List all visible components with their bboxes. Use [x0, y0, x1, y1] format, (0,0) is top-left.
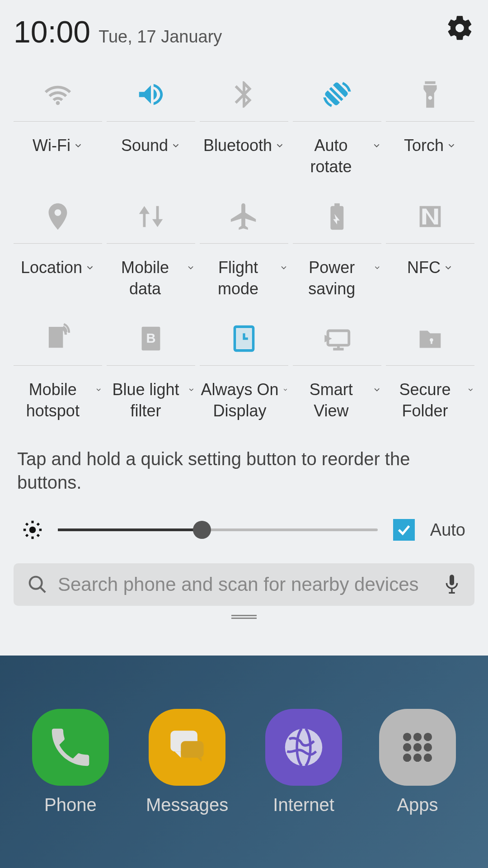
svg-point-21	[30, 577, 42, 589]
tile-label: Power saving	[293, 257, 371, 300]
tile-bluelight-expand[interactable]: Blue light filter	[107, 379, 195, 429]
tile-label: NFC	[407, 257, 441, 278]
location-icon	[14, 189, 102, 244]
powersaving-icon	[293, 189, 381, 244]
dock-label: Messages	[146, 795, 228, 815]
tile-wifi[interactable]: Wi-Fi	[14, 67, 102, 185]
svg-point-12	[29, 527, 36, 533]
brightness-icon	[23, 520, 42, 540]
tile-label: Flight mode	[200, 257, 277, 300]
mobiledata-icon	[107, 189, 195, 244]
dock-internet[interactable]: Internet	[265, 709, 342, 815]
nfc-icon	[386, 189, 474, 244]
clock-time: 10:00	[14, 14, 90, 49]
tile-bluetooth-expand[interactable]: Bluetooth	[203, 135, 285, 185]
auto-brightness-checkbox[interactable]	[393, 519, 415, 541]
tile-sound[interactable]: Sound	[107, 67, 195, 185]
securefolder-icon	[386, 311, 474, 366]
svg-point-34	[424, 743, 432, 751]
apps-app-icon	[379, 709, 456, 786]
hotspot-icon	[14, 311, 102, 366]
tile-location[interactable]: Location	[14, 189, 102, 307]
tile-securefolder-expand[interactable]: Secure Folder	[386, 379, 474, 429]
mic-icon[interactable]	[443, 573, 461, 596]
autorotate-icon	[293, 67, 381, 122]
tile-bluelight[interactable]: B Blue light filter	[107, 311, 195, 429]
dock-messages[interactable]: Messages	[146, 709, 228, 815]
tile-autorotate-expand[interactable]: Auto rotate	[293, 135, 381, 185]
clock-date: Tue, 17 January	[99, 27, 222, 47]
tile-aod-expand[interactable]: Always On Display	[200, 379, 288, 429]
tile-smartview[interactable]: Smart View	[293, 311, 381, 429]
dock-phone[interactable]: Phone	[32, 709, 109, 815]
tile-powersaving-expand[interactable]: Power saving	[293, 257, 381, 307]
brightness-thumb[interactable]	[193, 521, 211, 539]
svg-line-22	[40, 587, 46, 593]
svg-point-29	[403, 732, 411, 741]
tile-torch-expand[interactable]: Torch	[404, 135, 456, 185]
search-icon	[27, 574, 48, 595]
panel-drag-handle[interactable]	[14, 615, 474, 620]
tile-mobiledata[interactable]: Mobile data	[107, 189, 195, 307]
tile-hotspot[interactable]: Mobile hotspot	[14, 311, 102, 429]
svg-point-28	[285, 728, 323, 766]
svg-point-36	[413, 753, 422, 761]
tile-label: Torch	[404, 135, 444, 156]
tile-sound-expand[interactable]: Sound	[121, 135, 181, 185]
search-placeholder: Search phone and scan for nearby devices	[58, 574, 433, 595]
tile-securefolder[interactable]: Secure Folder	[386, 311, 474, 429]
tile-label: Mobile hotspot	[14, 379, 92, 422]
tile-location-expand[interactable]: Location	[21, 257, 95, 307]
tile-hotspot-expand[interactable]: Mobile hotspot	[14, 379, 102, 429]
quick-settings-grid: Wi-Fi Sound Bluetooth	[14, 67, 474, 429]
tile-label: Bluetooth	[203, 135, 272, 156]
aod-icon	[200, 311, 288, 366]
tile-powersaving[interactable]: Power saving	[293, 189, 381, 307]
tile-mobiledata-expand[interactable]: Mobile data	[107, 257, 195, 307]
notification-panel: 10:00 Tue, 17 January Wi-Fi Sound	[0, 0, 488, 656]
dock-label: Internet	[273, 795, 334, 815]
svg-line-17	[26, 524, 28, 525]
search-bar[interactable]: Search phone and scan for nearby devices	[14, 563, 474, 606]
tile-label: Blue light filter	[107, 379, 185, 422]
tile-bluetooth[interactable]: Bluetooth	[200, 67, 288, 185]
reorder-hint: Tap and hold a quick setting button to r…	[17, 447, 471, 494]
tile-label: Smart View	[293, 379, 370, 422]
brightness-slider[interactable]	[58, 528, 378, 531]
svg-line-19	[26, 534, 28, 536]
dock-apps[interactable]: Apps	[379, 709, 456, 815]
tile-label: Sound	[121, 135, 168, 156]
brightness-row: Auto	[14, 519, 474, 541]
dock-label: Phone	[44, 795, 97, 815]
svg-rect-11	[431, 340, 432, 344]
bluetooth-icon	[200, 67, 288, 122]
tile-autorotate[interactable]: Auto rotate	[293, 67, 381, 185]
header-left: 10:00 Tue, 17 January	[14, 14, 222, 49]
internet-app-icon	[265, 709, 342, 786]
wifi-icon	[14, 67, 102, 122]
tile-label: Mobile data	[107, 257, 183, 300]
svg-line-18	[37, 534, 39, 536]
tile-wifi-expand[interactable]: Wi-Fi	[33, 135, 83, 185]
tile-flightmode-expand[interactable]: Flight mode	[200, 257, 288, 307]
messages-app-icon	[149, 709, 225, 786]
tile-label: Always On Display	[200, 379, 280, 422]
svg-point-37	[424, 753, 432, 761]
tile-flightmode[interactable]: Flight mode	[200, 189, 288, 307]
tile-label: Wi-Fi	[33, 135, 70, 156]
gear-icon	[446, 14, 474, 42]
tile-label: Location	[21, 257, 82, 278]
brightness-fill	[58, 528, 202, 531]
svg-point-32	[403, 743, 411, 751]
auto-brightness-label: Auto	[430, 520, 465, 540]
torch-icon	[386, 67, 474, 122]
tile-label: Secure Folder	[386, 379, 464, 422]
tile-torch[interactable]: Torch	[386, 67, 474, 185]
tile-nfc[interactable]: NFC	[386, 189, 474, 307]
dock-label: Apps	[397, 795, 438, 815]
svg-rect-7	[328, 330, 349, 345]
settings-button[interactable]	[446, 14, 474, 44]
tile-aod[interactable]: Always On Display	[200, 311, 288, 429]
tile-smartview-expand[interactable]: Smart View	[293, 379, 381, 429]
tile-nfc-expand[interactable]: NFC	[407, 257, 453, 307]
